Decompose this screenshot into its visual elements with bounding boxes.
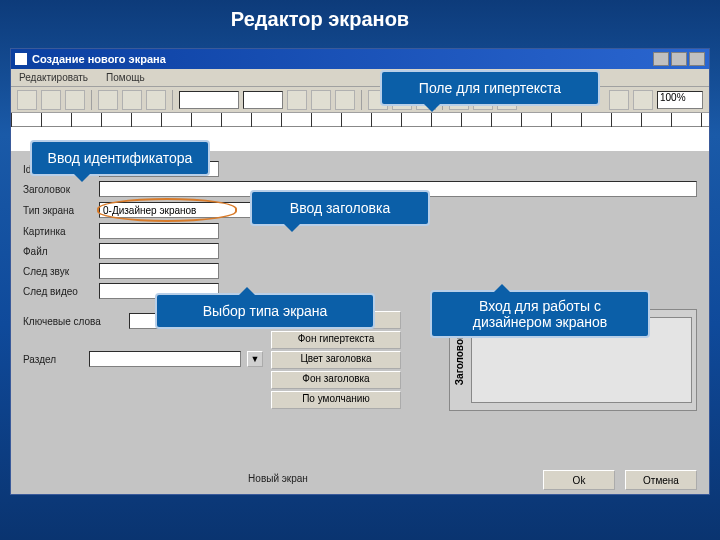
default-button[interactable]: По умолчанию	[271, 391, 401, 409]
separator	[91, 90, 92, 110]
callout-title: Ввод заголовка	[250, 190, 430, 226]
minimize-button[interactable]	[653, 52, 669, 66]
underline-icon[interactable]	[335, 90, 355, 110]
callout-designer: Вход для работы с дизайнером экранов	[430, 290, 650, 338]
callout-hypertext: Поле для гипертекста	[380, 70, 600, 106]
ruler	[11, 113, 709, 127]
type-label: Тип экрана	[23, 205, 93, 216]
zoom-select[interactable]: 100%	[657, 91, 703, 109]
window-title: Создание нового экрана	[32, 53, 653, 65]
new-icon[interactable]	[17, 90, 37, 110]
sound-input[interactable]	[99, 263, 219, 279]
file-input[interactable]	[99, 243, 219, 259]
preview-title-vertical: Заголовок	[452, 334, 467, 385]
chevron-down-icon[interactable]: ▼	[247, 351, 263, 367]
maximize-button[interactable]	[671, 52, 687, 66]
cancel-button[interactable]: Отмена	[625, 470, 697, 490]
picture-input[interactable]	[99, 223, 219, 239]
callout-id: Ввод идентификатора	[30, 140, 210, 176]
separator	[361, 90, 362, 110]
replace-icon[interactable]	[633, 90, 653, 110]
window-buttons	[653, 52, 705, 66]
pilcrow-icon[interactable]	[609, 90, 629, 110]
app-window: Создание нового экрана Редактировать Пом…	[10, 48, 710, 495]
callout-type: Выбор типа экрана	[155, 293, 375, 329]
keywords-label: Ключевые слова	[23, 316, 123, 327]
paste-icon[interactable]	[146, 90, 166, 110]
toolbar: 100%	[11, 87, 709, 113]
app-icon	[15, 53, 27, 65]
cut-icon[interactable]	[98, 90, 118, 110]
titlebg-button[interactable]: Фон заголовка	[271, 371, 401, 389]
save-icon[interactable]	[65, 90, 85, 110]
sound-label: Cлед звук	[23, 266, 93, 277]
file-label: Файл	[23, 246, 93, 257]
font-select[interactable]	[179, 91, 239, 109]
titlebar: Создание нового экрана	[11, 49, 709, 69]
hyperbg-button[interactable]: Фон гипертекста	[271, 331, 401, 349]
section-label: Раздел	[23, 354, 83, 365]
ok-button[interactable]: Ok	[543, 470, 615, 490]
italic-icon[interactable]	[311, 90, 331, 110]
close-button[interactable]	[689, 52, 705, 66]
menu-edit[interactable]: Редактировать	[19, 72, 88, 83]
slide-title: Редактор экранов	[0, 8, 640, 31]
separator	[172, 90, 173, 110]
size-select[interactable]	[243, 91, 283, 109]
menubar: Редактировать Помощь	[11, 69, 709, 87]
menu-help[interactable]: Помощь	[106, 72, 145, 83]
bold-icon[interactable]	[287, 90, 307, 110]
section-input[interactable]	[89, 351, 241, 367]
ruler-ticks	[11, 113, 709, 127]
copy-icon[interactable]	[122, 90, 142, 110]
video-label: Cлед видео	[23, 286, 93, 297]
newscreen-label[interactable]: Новый экран	[213, 473, 343, 484]
titlecolor-button[interactable]: Цвет заголовка	[271, 351, 401, 369]
picture-label: Картинка	[23, 226, 93, 237]
open-icon[interactable]	[41, 90, 61, 110]
